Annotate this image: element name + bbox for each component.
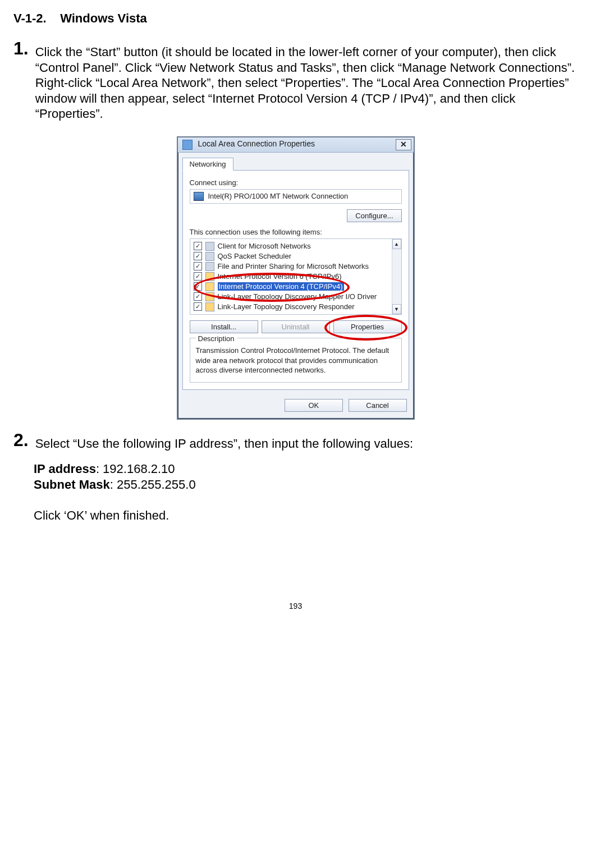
- qos-icon: [205, 252, 214, 261]
- step-2-text: Select “Use the following IP address”, t…: [33, 431, 413, 452]
- subnet-mask-label: Subnet Mask: [34, 477, 110, 492]
- description-legend: Description: [196, 334, 237, 344]
- step-1: 1. Click the “Start” button (it should b…: [13, 39, 578, 122]
- scroll-down-icon[interactable]: ▼: [392, 304, 401, 314]
- list-item[interactable]: ✓ Link-Layer Topology Discovery Mapper I…: [190, 292, 392, 302]
- cancel-button[interactable]: Cancel: [349, 399, 407, 412]
- client-icon: [205, 242, 214, 251]
- fileprint-icon: [205, 262, 214, 271]
- items-label: This connection uses the following items…: [190, 228, 402, 236]
- connect-using-label: Connect using:: [190, 178, 402, 187]
- item-label: File and Printer Sharing for Microsoft N…: [218, 262, 369, 270]
- dialog-titlebar[interactable]: Local Area Connection Properties ✕: [178, 137, 414, 153]
- item-label: Internet Protocol Version 6 (TCP/IPv6): [218, 272, 342, 281]
- list-item[interactable]: ✓ Client for Microsoft Networks: [190, 241, 392, 251]
- subnet-mask-value: : 255.255.255.0: [110, 477, 196, 492]
- protocol-icon: [205, 292, 214, 301]
- ok-button[interactable]: OK: [285, 399, 343, 412]
- local-area-connection-properties-dialog: Local Area Connection Properties ✕ Netwo…: [177, 136, 415, 420]
- step-1-text: Click the “Start” button (it should be l…: [33, 39, 578, 122]
- checkbox-icon[interactable]: ✓: [194, 272, 202, 281]
- checkbox-icon[interactable]: ✓: [194, 252, 202, 260]
- section-number: V-1-2.: [13, 11, 47, 25]
- tabstrip: Networking: [178, 153, 414, 170]
- list-item[interactable]: ✓ Link-Layer Topology Discovery Responde…: [190, 302, 392, 312]
- screenshot-figure: Local Area Connection Properties ✕ Netwo…: [13, 136, 578, 420]
- protocol-icon: [205, 302, 214, 311]
- tab-networking[interactable]: Networking: [182, 158, 233, 171]
- list-button-row: Install... Uninstall Properties: [190, 320, 402, 333]
- checkbox-icon[interactable]: ✓: [194, 242, 202, 250]
- item-label: Link-Layer Topology Discovery Responder: [218, 302, 355, 311]
- ip-values-block: IP address: 192.168.2.10 Subnet Mask: 25…: [34, 461, 578, 523]
- list-item[interactable]: ✓ QoS Packet Scheduler: [190, 251, 392, 261]
- finish-text: Click ‘OK’ when finished.: [34, 508, 578, 523]
- section-title: Windows Vista: [60, 11, 147, 25]
- item-label: Link-Layer Topology Discovery Mapper I/O…: [218, 292, 377, 301]
- list-item-selected[interactable]: ✓ Internet Protocol Version 4 (TCP/IPv4): [190, 282, 392, 292]
- networking-panel: Connect using: Intel(R) PRO/1000 MT Netw…: [182, 170, 409, 390]
- dialog-title: Local Area Connection Properties: [198, 139, 315, 148]
- properties-button[interactable]: Properties: [333, 320, 402, 333]
- scrollbar[interactable]: ▲ ▼: [392, 239, 401, 314]
- install-button[interactable]: Install...: [190, 320, 258, 333]
- description-group: Description Transmission Control Protoco…: [190, 338, 402, 383]
- protocol-icon: [205, 282, 214, 291]
- items-listbox[interactable]: ✓ Client for Microsoft Networks ✓ QoS Pa…: [190, 238, 402, 315]
- configure-button[interactable]: Configure...: [347, 209, 401, 222]
- configure-row: Configure...: [190, 209, 402, 222]
- step-2: 2. Select “Use the following IP address”…: [13, 431, 578, 452]
- item-label: QoS Packet Scheduler: [218, 252, 292, 260]
- page-number: 193: [13, 601, 578, 622]
- ip-address-value: : 192.168.2.10: [96, 462, 175, 476]
- uninstall-button: Uninstall: [262, 320, 330, 333]
- step-2-number: 2.: [13, 431, 29, 452]
- list-item[interactable]: ✓ File and Printer Sharing for Microsoft…: [190, 261, 392, 272]
- step-1-number: 1.: [13, 39, 29, 122]
- checkbox-icon[interactable]: ✓: [194, 302, 202, 311]
- dialog-footer: OK Cancel: [178, 394, 414, 419]
- checkbox-icon[interactable]: ✓: [194, 282, 202, 291]
- scroll-track[interactable]: [392, 249, 401, 304]
- close-button[interactable]: ✕: [396, 139, 411, 150]
- checkbox-icon[interactable]: ✓: [194, 292, 202, 301]
- mask-line: Subnet Mask: 255.255.255.0: [34, 477, 578, 493]
- ip-line: IP address: 192.168.2.10: [34, 461, 578, 477]
- list-item[interactable]: ✓ Internet Protocol Version 6 (TCP/IPv6): [190, 272, 392, 282]
- protocol-icon: [205, 272, 214, 281]
- checkbox-icon[interactable]: ✓: [194, 262, 202, 270]
- item-label: Internet Protocol Version 4 (TCP/IPv4): [218, 282, 344, 291]
- section-heading: V-1-2. Windows Vista: [13, 11, 578, 26]
- adapter-name: Intel(R) PRO/1000 MT Network Connection: [208, 192, 349, 200]
- scroll-up-icon[interactable]: ▲: [392, 239, 401, 249]
- item-label: Client for Microsoft Networks: [218, 242, 311, 250]
- nic-icon: [194, 192, 204, 201]
- adapter-box[interactable]: Intel(R) PRO/1000 MT Network Connection: [190, 189, 402, 204]
- description-text: Transmission Control Protocol/Internet P…: [196, 346, 396, 375]
- ip-address-label: IP address: [34, 462, 96, 476]
- network-icon: [182, 140, 193, 150]
- titlebar-left: Local Area Connection Properties: [182, 139, 315, 149]
